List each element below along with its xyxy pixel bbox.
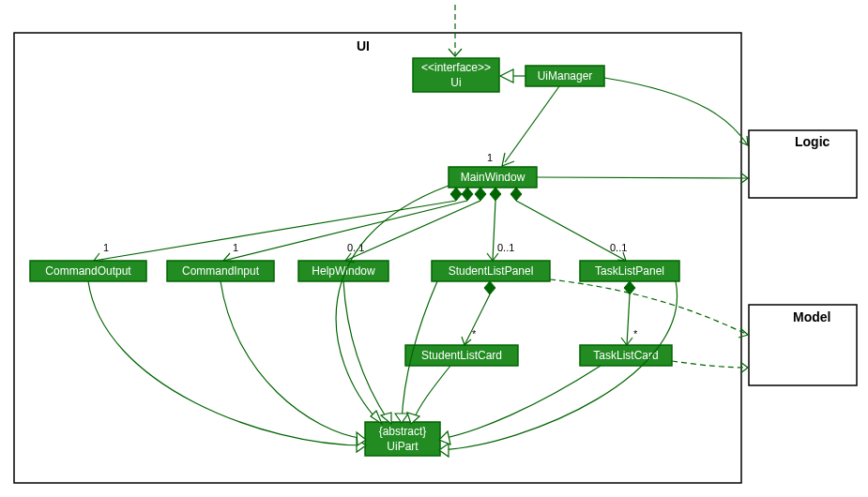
mult-cmdin: 1 <box>233 242 238 253</box>
arrowhead-uimanager-to-mainwindow <box>502 153 514 166</box>
diamond-mw-tlp <box>510 188 522 201</box>
edge-mw-slp <box>493 201 495 261</box>
edge-slp-slc <box>464 294 490 345</box>
edge-uimanager-to-logic <box>604 78 748 145</box>
diamond-mw-cmdin <box>462 188 473 201</box>
class-uimanager-name: UiManager <box>538 69 593 83</box>
edge-mainwindow-to-logic <box>537 177 748 178</box>
diamond-mw-slp <box>490 188 501 201</box>
diamond-slp-slc <box>484 281 495 294</box>
edge-slc-uipart <box>413 366 450 421</box>
uml-diagram: UI <<interface>> Ui UiManager 1 MainWind… <box>0 0 868 497</box>
mult-mainwindow: 1 <box>487 152 493 163</box>
edge-help-uipart <box>343 281 388 421</box>
arrowhead-tlc-uipart <box>439 431 450 444</box>
edge-tlc-model <box>672 361 748 368</box>
external-logic-label: Logic <box>795 134 830 149</box>
package-ui-label: UI <box>357 38 370 53</box>
class-uipart-name: UiPart <box>387 440 419 453</box>
mult-cmdout: 1 <box>103 242 109 253</box>
diamond-mw-help <box>475 188 486 201</box>
class-studentlistcard-name: StudentListCard <box>421 349 502 362</box>
edge-mw-help <box>345 201 480 261</box>
edge-tlc-uipart <box>441 366 601 439</box>
class-tasklistcard-name: TaskListCard <box>593 349 658 362</box>
diamond-mw-cmdout <box>450 188 462 201</box>
edge-uimanager-to-mainwindow <box>505 86 559 162</box>
external-model-label: Model <box>793 309 830 324</box>
class-commandoutput-name: CommandOutput <box>45 264 131 278</box>
class-commandinput-name: CommandInput <box>182 264 260 278</box>
edge-mw-cmdout <box>94 201 456 261</box>
class-ui-name: Ui <box>450 76 461 89</box>
arrowhead-uimanager-realize-ui <box>500 69 513 83</box>
class-studentlistpanel-name: StudentListPanel <box>449 264 534 278</box>
mult-tlc: * <box>633 328 638 339</box>
edge-slp-model <box>550 279 748 335</box>
mult-slc: * <box>472 328 477 339</box>
mult-slpanel: 0..1 <box>497 242 514 253</box>
edge-mw-cmdin <box>223 201 467 261</box>
class-uipart-stereotype: {abstract} <box>379 425 427 438</box>
class-ui-stereotype: <<interface>> <box>421 61 491 74</box>
edge-tlp-tlc <box>627 294 630 345</box>
mult-tlpanel: 0..1 <box>610 242 627 253</box>
class-mainwindow-name: MainWindow <box>461 171 525 184</box>
class-tasklistpanel-name: TaskListPanel <box>595 264 664 278</box>
edge-mw-uipart <box>336 186 449 422</box>
